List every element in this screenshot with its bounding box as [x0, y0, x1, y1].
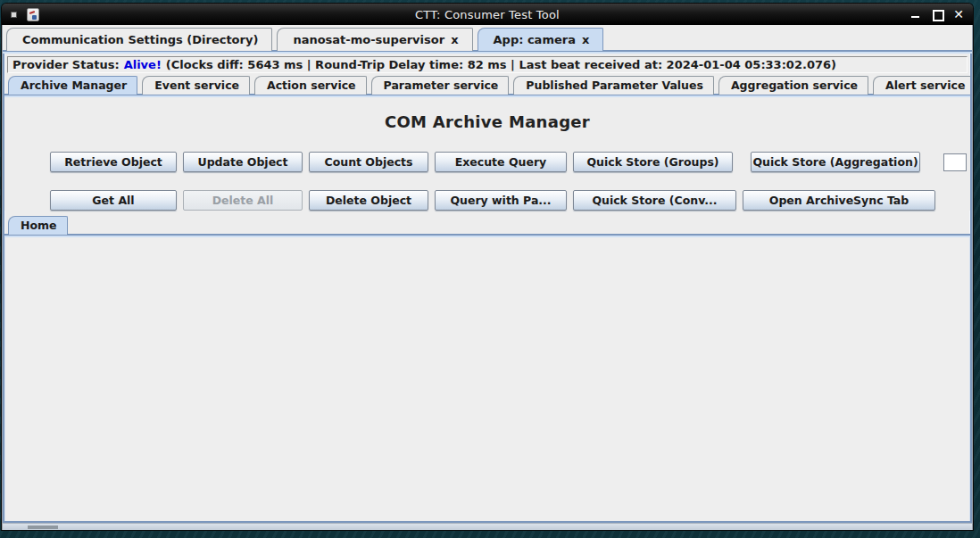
- quick-store-aggregation-button[interactable]: Quick Store (Aggregation): [751, 152, 920, 172]
- tab-label: Published Parameter Values: [526, 79, 703, 92]
- app-camera-pane: Provider Status: Alive! (Clocks diff: 56…: [3, 54, 972, 523]
- service-tab-bar: Archive Manager Event service Action ser…: [4, 73, 970, 95]
- execute-query-button[interactable]: Execute Query: [435, 152, 567, 172]
- window-controls: ✕: [910, 4, 964, 25]
- delete-all-button[interactable]: Delete All: [183, 190, 303, 211]
- tab-label: App: camera: [494, 33, 576, 46]
- tab-parameter-service[interactable]: Parameter service: [371, 76, 510, 95]
- tab-close-x[interactable]: x: [451, 33, 458, 46]
- tab-close-x[interactable]: x: [582, 33, 589, 46]
- tab-label: nanosat-mo-supervisor: [293, 33, 444, 46]
- tab-action-service[interactable]: Action service: [254, 76, 367, 95]
- archive-button-row-2: Get All Delete All Delete Object Query w…: [4, 190, 970, 211]
- tab-label: Action service: [267, 79, 356, 92]
- tab-event-service[interactable]: Event service: [142, 76, 250, 95]
- top-tab-bar: Communication Settings (Directory) nanos…: [3, 25, 972, 51]
- archive-panel-title: COM Archive Manager: [4, 112, 970, 131]
- query-with-pagination-button[interactable]: Query with Pa...: [435, 190, 567, 211]
- minimize-icon[interactable]: [910, 9, 921, 20]
- open-archivesync-tab-button[interactable]: Open ArchiveSync Tab: [743, 190, 935, 211]
- home-tab-content: [4, 237, 970, 521]
- tab-nanosat-mo-supervisor[interactable]: nanosat-mo-supervisor x: [277, 28, 472, 51]
- quick-store-conversion-button[interactable]: Quick Store (Conv...: [573, 190, 736, 211]
- tab-label: Aggregation service: [731, 79, 858, 92]
- tab-published-parameter-values[interactable]: Published Parameter Values: [513, 76, 714, 95]
- tab-label: Archive Manager: [21, 79, 127, 92]
- close-icon[interactable]: ✕: [953, 9, 964, 20]
- tab-communication-settings[interactable]: Communication Settings (Directory): [6, 28, 272, 51]
- window-title: CTT: Consumer Test Tool: [2, 8, 973, 21]
- window-body: Communication Settings (Directory) nanos…: [2, 25, 973, 523]
- tab-archive-manager[interactable]: Archive Manager: [8, 76, 137, 95]
- tab-label: Communication Settings (Directory): [22, 33, 258, 46]
- ctt-window: CTT: Consumer Test Tool ✕ Communication …: [2, 4, 973, 530]
- provider-status-label: Provider Status:: [12, 58, 120, 71]
- tab-aggregation-service[interactable]: Aggregation service: [718, 76, 868, 95]
- provider-status-bar: Provider Status: Alive! (Clocks diff: 56…: [7, 56, 968, 73]
- tab-alert-service[interactable]: Alert service: [873, 76, 972, 95]
- update-object-button[interactable]: Update Object: [183, 152, 303, 172]
- tab-label: Home: [21, 219, 57, 232]
- home-tab-bar: Home: [4, 213, 970, 235]
- maximize-icon[interactable]: [932, 9, 943, 20]
- archive-button-row-1: Retrieve Object Update Object Count Obje…: [4, 152, 970, 172]
- window-titlebar[interactable]: CTT: Consumer Test Tool ✕: [2, 4, 973, 25]
- tab-label: Event service: [154, 79, 239, 92]
- delete-object-button[interactable]: Delete Object: [309, 190, 428, 211]
- provider-status-value: Alive!: [124, 58, 162, 71]
- retrieve-object-button[interactable]: Retrieve Object: [50, 152, 177, 172]
- provider-status-details: (Clocks diff: 5643 ms | Round-Trip Delay…: [166, 58, 836, 71]
- resize-grip[interactable]: [28, 526, 58, 529]
- archive-manager-panel: COM Archive Manager Retrieve Object Upda…: [4, 97, 970, 211]
- desktop-background: CTT: Consumer Test Tool ✕ Communication …: [0, 0, 980, 538]
- tab-home[interactable]: Home: [8, 216, 68, 235]
- tab-app-camera[interactable]: App: camera x: [478, 28, 604, 51]
- get-all-button[interactable]: Get All: [50, 190, 177, 211]
- tab-label: Alert service: [885, 79, 965, 92]
- count-objects-button[interactable]: Count Objects: [309, 152, 428, 172]
- tab-label: Parameter service: [384, 79, 499, 92]
- window-bottom-border: [2, 523, 973, 530]
- quick-store-count-field[interactable]: [943, 153, 967, 171]
- quick-store-groups-button[interactable]: Quick Store (Groups): [573, 152, 733, 172]
